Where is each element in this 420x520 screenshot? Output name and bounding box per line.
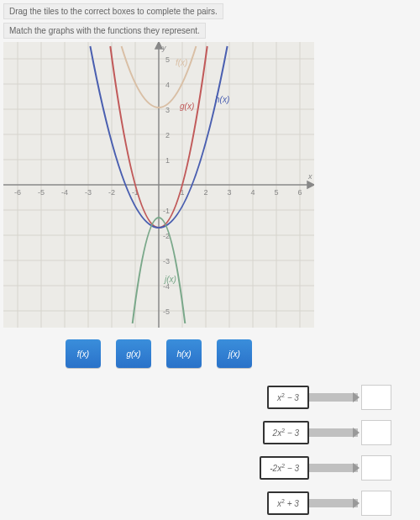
svg-text:2: 2	[165, 131, 170, 139]
svg-text:-6: -6	[14, 188, 21, 197]
instruction-sub: Match the graphs with the functions they…	[3, 23, 206, 39]
svg-text:5: 5	[165, 55, 170, 64]
svg-text:6: 6	[297, 188, 302, 197]
graph-panel: x y -6-5-4-3-2-1 123456 54321 -1-2-3-4-5…	[3, 42, 314, 328]
drop-box-1[interactable]	[361, 385, 391, 410]
instruction-main: Drag the tiles to the correct boxes to c…	[3, 3, 223, 19]
drop-box-3[interactable]	[361, 455, 391, 481]
arrow-icon	[309, 464, 358, 472]
y-axis-label: y	[161, 44, 166, 52]
svg-text:-3: -3	[85, 188, 92, 197]
svg-text:-4: -4	[61, 188, 68, 197]
label-f: f(x)	[176, 58, 187, 67]
svg-text:1: 1	[165, 156, 170, 165]
label-j: j(x)	[163, 275, 176, 284]
pair-row: x2 − 3	[267, 385, 391, 410]
svg-text:-1: -1	[163, 207, 170, 215]
svg-text:4: 4	[250, 188, 255, 197]
tile-g[interactable]: g(x)	[116, 339, 151, 368]
expr-box-4: x2 + 3	[267, 491, 309, 515]
drop-box-4[interactable]	[361, 491, 391, 516]
pair-row: -2x2 − 3	[260, 455, 391, 481]
tiles-row: f(x) g(x) h(x) j(x)	[3, 339, 314, 368]
arrow-icon	[309, 393, 358, 402]
expr-box-1: x2 − 3	[267, 386, 309, 409]
expr-box-2: 2x2 − 3	[263, 421, 309, 444]
coordinate-graph: x y -6-5-4-3-2-1 123456 54321 -1-2-3-4-5…	[3, 42, 314, 328]
pair-row: 2x2 − 3	[263, 420, 391, 445]
tile-f[interactable]: f(x)	[66, 339, 101, 368]
svg-text:-5: -5	[38, 188, 45, 197]
tile-j[interactable]: j(x)	[217, 339, 252, 368]
label-h: h(x)	[215, 95, 229, 104]
svg-marker-25	[155, 42, 162, 49]
svg-text:-3: -3	[163, 257, 170, 265]
pair-row: x2 + 3	[267, 491, 391, 516]
pairs-area: x2 − 3 2x2 − 3 -2x2 − 3 x2 + 3	[3, 385, 417, 516]
drop-box-2[interactable]	[361, 420, 391, 445]
svg-text:3: 3	[165, 106, 170, 114]
svg-marker-24	[307, 181, 314, 188]
svg-text:2: 2	[203, 188, 207, 197]
label-g: g(x)	[180, 102, 194, 111]
svg-text:-2: -2	[108, 188, 115, 197]
svg-text:3: 3	[227, 188, 231, 197]
tile-h[interactable]: h(x)	[166, 339, 202, 368]
expr-box-3: -2x2 − 3	[260, 456, 309, 480]
svg-text:5: 5	[274, 188, 278, 197]
x-axis-label: x	[307, 172, 312, 181]
svg-text:-5: -5	[163, 307, 170, 316]
svg-text:4: 4	[165, 81, 170, 89]
arrow-icon	[309, 428, 358, 437]
arrow-icon	[309, 499, 358, 507]
